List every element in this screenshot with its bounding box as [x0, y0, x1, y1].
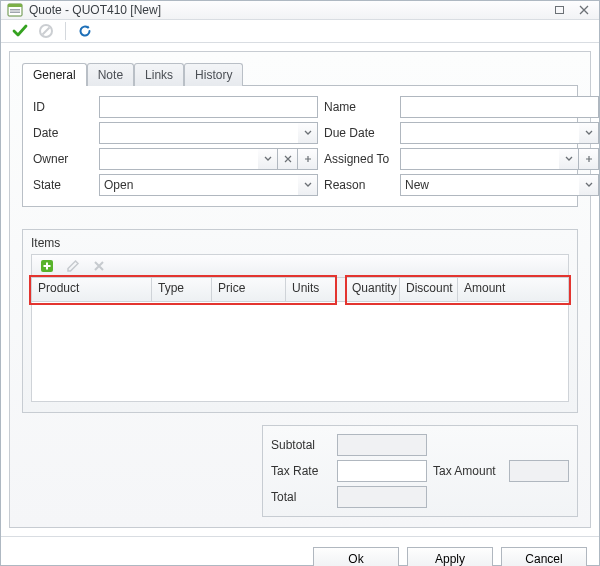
- edit-item-button[interactable]: [62, 255, 84, 277]
- ok-button[interactable]: Ok: [313, 547, 399, 566]
- name-label: Name: [324, 100, 394, 114]
- total-label: Total: [271, 490, 331, 504]
- id-field[interactable]: [99, 96, 318, 118]
- items-body: [31, 302, 569, 402]
- items-title: Items: [31, 236, 569, 250]
- tab-links[interactable]: Links: [134, 63, 184, 86]
- window-icon: [7, 2, 23, 18]
- tab-strip: General Note Links History: [10, 62, 590, 85]
- due-date-label: Due Date: [324, 126, 394, 140]
- totals-panel: Subtotal Tax Rate Tax Amount Total: [22, 425, 578, 517]
- svg-rect-3: [10, 12, 20, 14]
- col-discount[interactable]: Discount: [400, 278, 458, 301]
- assigned-to-field[interactable]: [400, 148, 599, 170]
- svg-rect-2: [10, 9, 20, 11]
- accept-button[interactable]: [9, 20, 31, 42]
- owner-label: Owner: [33, 152, 93, 166]
- quote-window: Quote - QUOT410 [New] General Note Links…: [0, 0, 600, 566]
- svg-rect-4: [556, 7, 564, 14]
- state-field[interactable]: [99, 174, 318, 196]
- chevron-down-icon[interactable]: [579, 174, 599, 196]
- owner-field[interactable]: [99, 148, 318, 170]
- col-price[interactable]: Price: [212, 278, 286, 301]
- subtotal-label: Subtotal: [271, 438, 331, 452]
- clear-icon[interactable]: [278, 148, 298, 170]
- add-item-button[interactable]: [36, 255, 58, 277]
- total-field: [337, 486, 427, 508]
- items-panel: Items Product Type Price Units: [22, 229, 578, 413]
- plus-icon[interactable]: [579, 148, 599, 170]
- tax-rate-field[interactable]: [337, 460, 427, 482]
- plus-icon[interactable]: [298, 148, 318, 170]
- tax-amount-field: [509, 460, 569, 482]
- refresh-button[interactable]: [74, 20, 96, 42]
- col-quantity[interactable]: Quantity: [346, 278, 400, 301]
- separator: [65, 22, 66, 40]
- window-title: Quote - QUOT410 [New]: [29, 3, 545, 17]
- titlebar: Quote - QUOT410 [New]: [1, 1, 599, 20]
- tab-general[interactable]: General: [22, 63, 87, 86]
- state-label: State: [33, 178, 93, 192]
- tab-history[interactable]: History: [184, 63, 243, 86]
- id-label: ID: [33, 100, 93, 114]
- assigned-to-label: Assigned To: [324, 152, 394, 166]
- cancel-button[interactable]: Cancel: [501, 547, 587, 566]
- restore-button[interactable]: [551, 1, 569, 19]
- toolbar: [1, 20, 599, 43]
- items-toolbar: [31, 254, 569, 278]
- footer: Ok Apply Cancel: [1, 536, 599, 566]
- chevron-down-icon[interactable]: [258, 148, 278, 170]
- name-field[interactable]: [400, 96, 599, 118]
- chevron-down-icon[interactable]: [579, 122, 599, 144]
- col-units[interactable]: Units: [286, 278, 336, 301]
- col-amount[interactable]: Amount: [458, 278, 568, 301]
- tax-amount-label: Tax Amount: [433, 464, 503, 478]
- due-date-field[interactable]: [400, 122, 599, 144]
- date-label: Date: [33, 126, 93, 140]
- cancel-icon-button[interactable]: [35, 20, 57, 42]
- tab-container: General Note Links History ID Name Date …: [9, 51, 591, 528]
- svg-rect-1: [8, 4, 22, 7]
- delete-item-button[interactable]: [88, 255, 110, 277]
- chevron-down-icon[interactable]: [298, 174, 318, 196]
- apply-button[interactable]: Apply: [407, 547, 493, 566]
- col-product[interactable]: Product: [32, 278, 152, 301]
- tax-rate-label: Tax Rate: [271, 464, 331, 478]
- chevron-down-icon[interactable]: [559, 148, 579, 170]
- tab-general-page: ID Name Date Due Date Owner: [22, 85, 578, 207]
- reason-field[interactable]: [400, 174, 599, 196]
- reason-label: Reason: [324, 178, 394, 192]
- tab-note[interactable]: Note: [87, 63, 134, 86]
- items-header: Product Type Price Units Quantity Discou…: [31, 278, 569, 302]
- form-grid: ID Name Date Due Date Owner: [33, 96, 567, 196]
- chevron-down-icon[interactable]: [298, 122, 318, 144]
- col-type[interactable]: Type: [152, 278, 212, 301]
- close-button[interactable]: [575, 1, 593, 19]
- subtotal-field: [337, 434, 427, 456]
- date-field[interactable]: [99, 122, 318, 144]
